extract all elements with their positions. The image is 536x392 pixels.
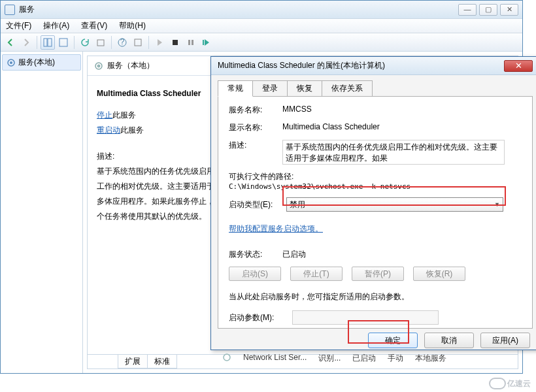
properties-dialog: Multimedia Class Scheduler 的属性(本地计算机) ✕ … xyxy=(210,56,536,350)
svg-point-12 xyxy=(10,61,12,64)
tree-root[interactable]: 服务(本地) xyxy=(2,54,81,71)
val-service-name: MMCSS xyxy=(282,105,522,116)
lbl-service-name: 服务名称: xyxy=(229,105,282,116)
help-icon[interactable]: ? xyxy=(115,35,129,50)
highlight-startup xyxy=(282,186,506,206)
val-description: 基于系统范围内的任务优先级启用工作的相对优先级。这主要适用于多媒体应用程序。如果 xyxy=(282,140,505,165)
menubar: 文件(F) 操作(A) 查看(V) 帮助(H) xyxy=(1,19,522,33)
cloud-icon xyxy=(489,378,506,389)
lbl-description: 描述: xyxy=(229,140,282,165)
dialog-close-button[interactable]: ✕ xyxy=(504,60,533,72)
svg-rect-3 xyxy=(97,40,104,46)
stop-button[interactable]: 停止(T) xyxy=(290,267,343,281)
resume-button[interactable]: 恢复(R) xyxy=(413,267,465,281)
tab-dependencies[interactable]: 依存关系 xyxy=(322,80,373,97)
maximize-button[interactable]: ▢ xyxy=(479,4,497,16)
tab-extended[interactable]: 扩展 xyxy=(118,355,148,368)
menu-help[interactable]: 帮助(H) xyxy=(116,19,148,33)
apply-button[interactable]: 应用(A) xyxy=(480,333,530,348)
startup-note: 当从此处启动服务时，您可指定所适用的启动参数。 xyxy=(229,291,522,302)
tree-pane: 服务(本地) xyxy=(1,52,83,373)
tab-logon[interactable]: 登录 xyxy=(252,80,288,97)
pause-icon[interactable] xyxy=(184,35,198,50)
restart-suffix: 此服务 xyxy=(120,125,144,135)
window-buttons: — ▢ ✕ xyxy=(458,4,518,16)
gear-icon xyxy=(94,61,103,71)
gear-icon xyxy=(7,58,16,67)
dialog-title: Multimedia Class Scheduler 的属性(本地计算机) xyxy=(218,60,385,71)
props-button[interactable] xyxy=(131,35,145,50)
svg-rect-2 xyxy=(59,39,67,46)
minimize-button[interactable]: — xyxy=(458,4,477,16)
lbl-startup-type: 启动类型(E): xyxy=(229,199,286,210)
tab-recovery[interactable]: 恢复 xyxy=(287,80,322,97)
close-button[interactable]: ✕ xyxy=(500,4,518,16)
app-icon xyxy=(5,5,15,15)
lbl-display-name: 显示名称: xyxy=(229,122,282,133)
start-button[interactable]: 启动(S) xyxy=(229,267,281,281)
svg-rect-6 xyxy=(135,39,141,46)
dialog-tabs: 常规 登录 恢复 依存关系 xyxy=(218,80,536,97)
dialog-titlebar: Multimedia Class Scheduler 的属性(本地计算机) ✕ xyxy=(211,57,536,75)
stop-link[interactable]: 停止 xyxy=(97,110,112,120)
tab-standard[interactable]: 标准 xyxy=(147,355,177,368)
svg-point-15 xyxy=(224,354,230,361)
svg-point-14 xyxy=(97,65,100,67)
svg-rect-1 xyxy=(48,39,52,46)
svg-rect-7 xyxy=(173,40,178,45)
forward-button[interactable] xyxy=(19,35,33,50)
svg-rect-8 xyxy=(188,40,190,45)
watermark-text: 亿速云 xyxy=(507,378,531,389)
restart-icon[interactable] xyxy=(199,35,214,50)
pause-button[interactable]: 暂停(P) xyxy=(352,267,404,281)
lbl-start-params: 启动参数(M): xyxy=(229,312,274,323)
stop-icon[interactable] xyxy=(168,35,182,50)
window-title: 服务 xyxy=(19,4,35,15)
stop-suffix: 此服务 xyxy=(112,110,136,120)
menu-file[interactable]: 文件(F) xyxy=(3,19,34,33)
val-display-name: Multimedia Class Scheduler xyxy=(282,122,522,133)
panel-button[interactable] xyxy=(41,35,55,50)
cancel-button[interactable]: 取消 xyxy=(424,333,474,348)
toolbar: ? xyxy=(1,33,522,52)
titlebar: 服务 — ▢ ✕ xyxy=(1,1,522,19)
list-button[interactable] xyxy=(56,35,71,50)
detail-heading: 服务（本地） xyxy=(107,60,154,71)
refresh-button[interactable] xyxy=(78,35,92,50)
play-icon[interactable] xyxy=(152,35,167,50)
svg-rect-10 xyxy=(203,40,204,45)
help-link[interactable]: 帮助我配置服务启动选项。 xyxy=(229,223,323,235)
highlight-ok xyxy=(348,320,409,344)
watermark: 亿速云 xyxy=(489,378,531,389)
lbl-service-status: 服务状态: xyxy=(229,249,282,260)
tab-general[interactable]: 常规 xyxy=(218,80,253,97)
svg-rect-0 xyxy=(44,39,47,46)
tree-root-label: 服务(本地) xyxy=(18,57,55,68)
restart-link[interactable]: 重启动 xyxy=(97,125,120,135)
menu-view[interactable]: 查看(V) xyxy=(78,19,110,33)
menu-action[interactable]: 操作(A) xyxy=(41,19,72,33)
svg-text:?: ? xyxy=(120,38,125,46)
desc-text: 基于系统范围内的任务优先级启用工作的相对优先级。这主要适用于多体应用程序。如果此… xyxy=(97,164,214,223)
val-service-status: 已启动 xyxy=(282,249,522,260)
export-button[interactable] xyxy=(93,35,108,50)
back-button[interactable] xyxy=(3,35,18,50)
lbl-exe-path: 可执行文件的路径: xyxy=(229,171,522,182)
svg-rect-9 xyxy=(192,40,193,45)
general-tab-pane: 服务名称:MMCSS 显示名称:Multimedia Class Schedul… xyxy=(218,96,533,329)
